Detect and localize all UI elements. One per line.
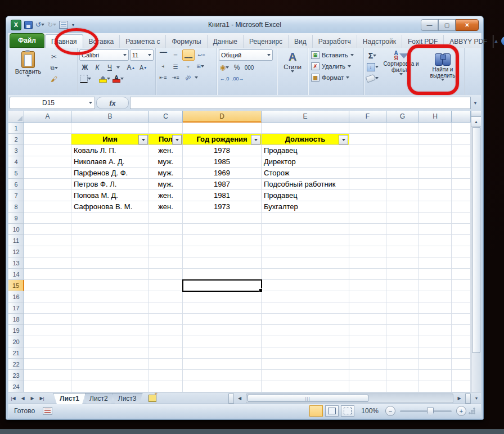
cell-F1[interactable] [349, 123, 386, 134]
cell-C11[interactable] [149, 235, 183, 246]
font-name-combo[interactable]: Calibri [79, 49, 129, 61]
cell-G20[interactable] [386, 336, 419, 347]
sort-filter-button[interactable]: АЯ Сортировка и фильтр [380, 49, 422, 87]
cell-H2[interactable] [419, 134, 452, 145]
cell-I1[interactable] [452, 123, 471, 134]
cell-G16[interactable] [386, 291, 419, 302]
tab-данные[interactable]: Данные [208, 35, 244, 48]
cell-B10[interactable] [71, 224, 149, 235]
cell-G24[interactable] [386, 381, 419, 392]
align-right-button[interactable]: ⫟ [182, 61, 194, 71]
cell-C24[interactable] [149, 381, 183, 392]
cell-B7[interactable]: Попова М. Д. [71, 190, 149, 201]
cell-H13[interactable] [419, 257, 452, 269]
bold-button[interactable]: Ж [79, 62, 91, 73]
row-header-1[interactable]: 1 [8, 123, 24, 134]
cell-I2[interactable] [452, 134, 471, 145]
cell-I3[interactable] [452, 145, 471, 156]
cell-F19[interactable] [349, 325, 386, 336]
vertical-scrollbar[interactable]: ▲ [471, 111, 481, 392]
filter-dropdown-icon[interactable] [172, 135, 182, 144]
cell-C23[interactable] [149, 370, 183, 381]
prev-sheet-icon[interactable]: ◀ [18, 394, 28, 403]
cell-E17[interactable] [262, 302, 349, 314]
cell-A18[interactable] [24, 314, 71, 325]
cell-C21[interactable] [149, 347, 183, 359]
cell-E20[interactable] [262, 336, 349, 347]
format-cells-button[interactable]: ▦ Формат [310, 72, 362, 83]
cell-F20[interactable] [349, 336, 386, 347]
cell-H1[interactable] [419, 123, 452, 134]
page-layout-view-button[interactable] [325, 405, 339, 417]
cell-E16[interactable] [262, 291, 349, 302]
cell-D16[interactable] [183, 291, 262, 302]
column-header-B[interactable]: B [71, 111, 149, 123]
cell-D4[interactable]: 1985 [183, 156, 262, 168]
cell-E4[interactable]: Директор [262, 156, 349, 168]
cell-A20[interactable] [24, 336, 71, 347]
zoom-slider[interactable] [400, 410, 452, 412]
help-icon[interactable]: ? [501, 37, 504, 46]
cell-C22[interactable] [149, 359, 183, 370]
cell-D10[interactable] [183, 224, 262, 235]
cell-B6[interactable]: Петров Ф. Л. [71, 179, 149, 190]
cell-G12[interactable] [386, 246, 419, 257]
cell-D11[interactable] [183, 235, 262, 246]
autosum-button[interactable]: Σ [366, 51, 379, 61]
cell-B12[interactable] [71, 246, 149, 257]
cell-A10[interactable] [24, 224, 71, 235]
cell-H9[interactable] [419, 213, 452, 224]
cell-E23[interactable] [262, 370, 349, 381]
cell-B1[interactable] [71, 123, 149, 134]
cell-H23[interactable] [419, 370, 452, 381]
cell-D2[interactable]: Год рождения [183, 134, 262, 145]
cell-G23[interactable] [386, 370, 419, 381]
cell-G10[interactable] [386, 224, 419, 235]
number-format-combo[interactable]: Общий [219, 49, 273, 61]
row-header-4[interactable]: 4 [8, 156, 24, 168]
find-select-button[interactable]: Найти и выделить [423, 49, 462, 87]
cell-C3[interactable]: жен. [149, 145, 183, 156]
cell-E10[interactable] [262, 224, 349, 235]
tab-split-handle[interactable] [228, 394, 234, 404]
filter-dropdown-icon[interactable] [138, 135, 148, 144]
row-header-24[interactable]: 24 [8, 381, 24, 392]
cell-H22[interactable] [419, 359, 452, 370]
cell-I10[interactable] [452, 224, 471, 235]
cell-D3[interactable]: 1978 [183, 145, 262, 156]
cell-E7[interactable]: Продавец [262, 190, 349, 201]
cell-C1[interactable] [149, 123, 183, 134]
cell-F5[interactable] [349, 168, 386, 179]
cell-B13[interactable] [71, 257, 149, 269]
cell-E11[interactable] [262, 235, 349, 246]
cell-E14[interactable] [262, 269, 349, 280]
sheet-tab-лист2[interactable]: Лист2 [83, 393, 114, 404]
cell-G5[interactable] [386, 168, 419, 179]
cell-D20[interactable] [183, 336, 262, 347]
cell-B15[interactable] [71, 280, 149, 291]
cell-H14[interactable] [419, 269, 452, 280]
cell-F15[interactable] [349, 280, 386, 291]
cell-E15[interactable] [262, 280, 349, 291]
cell-D5[interactable]: 1969 [183, 168, 262, 179]
cell-H3[interactable] [419, 145, 452, 156]
cell-A23[interactable] [24, 370, 71, 381]
cell-G18[interactable] [386, 314, 419, 325]
cell-H15[interactable] [419, 280, 452, 291]
row-header-9[interactable]: 9 [8, 213, 24, 224]
cell-D12[interactable] [183, 246, 262, 257]
cell-F18[interactable] [349, 314, 386, 325]
cell-G2[interactable] [386, 134, 419, 145]
cell-H21[interactable] [419, 347, 452, 359]
cell-G8[interactable] [386, 201, 419, 213]
cell-H19[interactable] [419, 325, 452, 336]
cell-F21[interactable] [349, 347, 386, 359]
cell-I11[interactable] [452, 235, 471, 246]
active-cell-selection[interactable] [182, 279, 262, 292]
cell-B5[interactable]: Парфенов Д. Ф. [71, 168, 149, 179]
cell-C12[interactable] [149, 246, 183, 257]
cell-I12[interactable] [452, 246, 471, 257]
sheet-tab-лист3[interactable]: Лист3 [112, 393, 143, 404]
cell-B16[interactable] [71, 291, 149, 302]
insert-cells-button[interactable]: ⊞ Вставить [310, 49, 362, 61]
